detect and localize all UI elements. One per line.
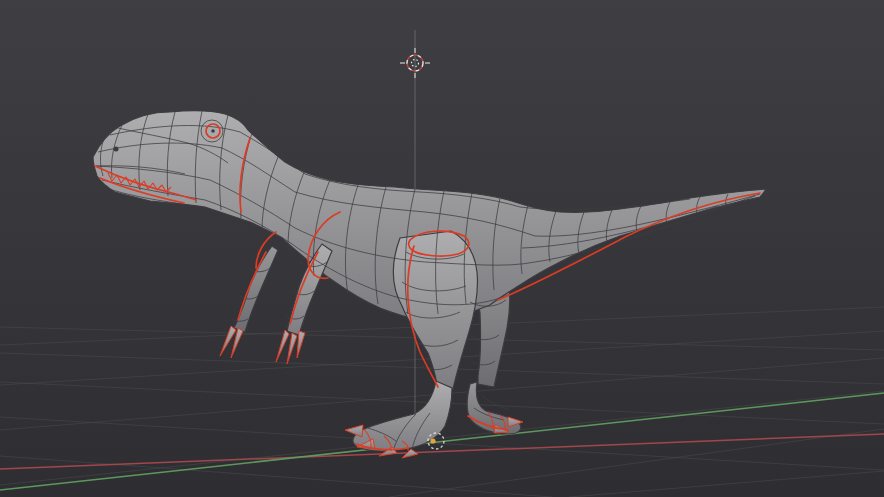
eye-pupil bbox=[211, 129, 215, 133]
nostril bbox=[114, 147, 119, 152]
viewport-canvas bbox=[0, 0, 884, 497]
3d-viewport[interactable] bbox=[0, 0, 884, 497]
